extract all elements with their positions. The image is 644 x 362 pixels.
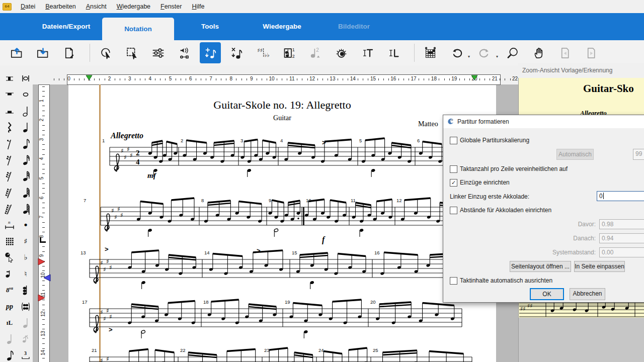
quarter-rest-icon[interactable] — [3, 120, 16, 134]
cluster-icon[interactable] — [19, 300, 32, 314]
before-field[interactable]: 0.98 — [599, 219, 644, 229]
v-ruler-number: 1 — [39, 99, 44, 102]
note-disabled2-icon[interactable] — [19, 316, 32, 330]
system-distance-field[interactable]: 0.00 — [599, 247, 644, 257]
multimeasure-rest-icon[interactable]: n — [3, 218, 16, 232]
import-button[interactable] — [32, 42, 53, 63]
ok-button[interactable]: OK — [530, 288, 564, 300]
scaling-value-field[interactable]: 99 — [633, 149, 644, 160]
pan-hand-button[interactable] — [528, 42, 549, 63]
dialog-title: Partitur formatieren — [457, 118, 509, 125]
half-rest-icon[interactable] — [3, 104, 16, 118]
grid-icon[interactable] — [3, 234, 16, 248]
auto-align-checkbox[interactable] — [450, 277, 457, 285]
insert-lyrics-button[interactable] — [383, 42, 404, 63]
accolade-spacing-checkbox[interactable] — [450, 207, 457, 214]
natural-icon[interactable]: ♮ — [19, 267, 32, 281]
filter-settings-button[interactable] — [147, 42, 169, 63]
guitar-chord-button[interactable] — [420, 42, 441, 63]
note-cursor-icon[interactable] — [3, 250, 16, 264]
h-ruler-number: 22 — [512, 76, 518, 81]
double-note-icon[interactable] — [19, 71, 32, 85]
octave-8va-icon[interactable]: 8va — [3, 283, 16, 297]
eighth-rest-icon[interactable] — [3, 137, 16, 151]
delete-notes-button[interactable] — [226, 42, 247, 63]
eighth-note-partial-icon[interactable] — [3, 348, 16, 362]
marquee-select-button[interactable] — [121, 42, 142, 63]
undo-button-dropdown[interactable]: ▾ — [468, 54, 470, 59]
export-button[interactable] — [6, 42, 27, 63]
sixteenth-note-icon[interactable] — [19, 153, 32, 167]
chord-icon[interactable] — [19, 283, 32, 297]
global-scaling-checkbox[interactable] — [450, 137, 457, 144]
indents-checkbox[interactable]: ✓ — [450, 179, 457, 187]
automatic-button[interactable]: Automatisch — [556, 149, 594, 160]
page-layout-button[interactable]: Seitenlayout öffnen ... — [510, 261, 571, 272]
svg-text:1: 1 — [292, 47, 294, 52]
sixteenth-rest-icon[interactable] — [3, 153, 16, 167]
page-setup-button[interactable] — [58, 42, 79, 63]
note-disabled-icon[interactable] — [3, 332, 16, 346]
tab-tools[interactable]: Tools — [174, 13, 246, 40]
view-options-button[interactable] — [331, 42, 352, 63]
whole-rest-icon[interactable] — [3, 87, 16, 102]
accidentals-button[interactable]: ♯♯♭♭ — [252, 42, 273, 63]
hundredtwentyeighth-rest-icon[interactable] — [3, 202, 16, 216]
hundredtwentyeighth-note-icon[interactable] — [19, 202, 32, 216]
sixtyfourth-note-icon[interactable] — [19, 186, 32, 200]
measures-per-line-checkbox[interactable] — [450, 165, 457, 173]
half-note-icon[interactable] — [19, 104, 32, 118]
undo-button[interactable] — [446, 42, 467, 63]
whole-note-icon[interactable] — [19, 87, 32, 102]
fit-to-page-button[interactable]: In Seite einpassen — [574, 261, 625, 272]
menu-ansicht[interactable]: Ansicht — [81, 3, 112, 10]
cancel-button[interactable]: Abbrechen — [570, 288, 605, 300]
system-distance-label: Systemabstand: — [443, 249, 596, 256]
global-scaling-label: Globale Partiturskalierung — [460, 137, 529, 144]
v-ruler-number: 3 — [39, 138, 44, 141]
prev-page-button[interactable] — [554, 42, 576, 63]
insert-notes-button[interactable] — [200, 42, 221, 63]
second-voice-button[interactable]: 2 — [304, 42, 326, 63]
indent-guide-line[interactable] — [99, 84, 101, 362]
after-field[interactable]: 0.94 — [599, 233, 644, 243]
menu-wiedergabe[interactable]: Wiedergabe — [112, 3, 155, 10]
h-ruler-number: 6 — [189, 76, 192, 81]
select-mode-button[interactable] — [95, 42, 116, 63]
menu-datei[interactable]: Datei — [16, 3, 40, 10]
insert-text-button[interactable] — [357, 42, 378, 63]
triplet-icon[interactable]: 3 — [19, 348, 32, 362]
quarter-note-icon[interactable] — [19, 120, 32, 134]
tab-wiedergabe[interactable]: Wiedergabe — [246, 13, 318, 40]
zoom-tool-button[interactable] — [502, 42, 523, 63]
capella-app-window: 64 DateiBearbeitenAnsichtWiedergabeFenst… — [0, 0, 644, 362]
thirtysecond-note-icon[interactable] — [19, 169, 32, 183]
menu-bearbeiten[interactable]: Bearbeiten — [40, 3, 80, 10]
dotted-note-icon[interactable] — [3, 267, 16, 281]
eighth-note-icon[interactable] — [19, 137, 32, 151]
tab-dateienexport[interactable]: Dateien/Export — [30, 13, 102, 40]
insert-lyrics-icon[interactable]: ɪL — [3, 316, 16, 330]
dot-icon[interactable]: • — [19, 218, 32, 232]
horizontal-ruler: 012345678910111213141516171819202122 — [49, 74, 518, 84]
redo-button-dropdown[interactable]: ▾ — [496, 54, 498, 59]
menu-hilfe[interactable]: Hilfe — [187, 3, 209, 10]
playback-nodes-button[interactable] — [174, 42, 195, 63]
v-ruler-number: 9 — [39, 254, 44, 257]
menu-fenster[interactable]: Fenster — [155, 3, 187, 10]
thirtysecond-rest-icon[interactable] — [3, 169, 16, 183]
tab-bildeditor[interactable]: Bildeditor — [318, 13, 390, 40]
next-page-button[interactable] — [581, 42, 602, 63]
left-indent-input[interactable]: 0 — [597, 191, 644, 201]
app-icon[interactable]: 64 — [3, 3, 12, 11]
tab-notation[interactable]: Notation — [102, 18, 174, 40]
flat-icon[interactable]: ♭ — [19, 250, 32, 264]
double-rest-icon[interactable] — [3, 71, 16, 85]
dialog-title-bar[interactable]: Partitur formatieren — [443, 115, 644, 128]
sixtyfourth-rest-icon[interactable] — [3, 186, 16, 200]
voices-button[interactable]: 12 — [278, 42, 299, 63]
grace-note-disabled-icon[interactable] — [19, 332, 32, 346]
sharp-icon[interactable]: ♯ — [19, 234, 32, 248]
redo-button[interactable] — [474, 42, 495, 63]
pianissimo-icon[interactable]: pp — [3, 300, 16, 314]
